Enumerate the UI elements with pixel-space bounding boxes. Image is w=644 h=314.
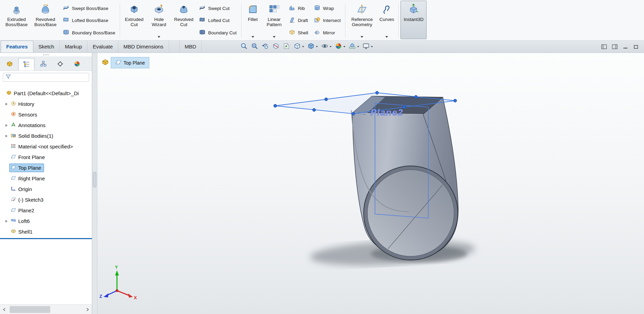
plane2-label[interactable]: Plane2 [371,107,404,117]
expand-arrow-icon[interactable] [3,220,9,223]
view-orientation-button[interactable] [293,42,304,51]
hide-show-items-button[interactable] [321,42,332,51]
tab-solidworks-addins[interactable] [169,41,180,53]
draft-button[interactable]: Draft [287,15,310,26]
tree-item-annotations[interactable]: Annotations [0,120,92,131]
model-bottom-face[interactable] [367,170,454,256]
reference-geometry-button[interactable]: Reference Geometry [347,1,377,39]
expand-arrow-icon[interactable] [3,135,9,137]
edit-appearance-button[interactable] [335,42,345,51]
panel-grip[interactable] [0,53,92,56]
breadcrumb-item-top-plane[interactable]: Top Plane [111,57,149,68]
part-icon[interactable] [101,58,109,67]
zoom-to-area-button[interactable] [251,42,258,51]
expand-arrow-icon[interactable] [3,103,9,105]
tree-item-label: Plane2 [18,208,34,213]
triad-x-label: X [134,295,137,300]
tab-mbd[interactable]: MBD [180,41,202,53]
revolved-boss-base-button[interactable]: Revolved Boss/Base [31,1,60,39]
section-view-button[interactable] [272,42,280,51]
view-settings-button[interactable] [362,42,373,51]
panel-splitter[interactable] [92,53,97,314]
expand-arrow-icon[interactable] [3,124,9,127]
display-style-button[interactable] [307,42,318,51]
fillet-icon [247,3,259,16]
scroll-left-icon[interactable] [0,305,9,314]
mirror-button[interactable]: Mirror [312,27,343,38]
minimize-icon[interactable] [622,44,629,50]
swept-cut-button[interactable]: Swept Cut [197,3,239,13]
boundary-boss-base-button[interactable]: Boundary Boss/Base [61,27,117,38]
annotation-views-button[interactable] [283,42,290,51]
tree-item-right-plane[interactable]: Right Plane [0,173,92,184]
button-label: Swept Boss/Base [72,6,108,11]
restore-icon[interactable] [633,44,639,50]
tree-item-origin[interactable]: Origin [0,184,92,194]
panel-tab-part[interactable] [1,58,18,70]
boundary-cut-button[interactable]: Boundary Cut [197,27,239,38]
revolved-cut-button[interactable]: Revolved Cut [171,1,196,39]
button-label: Intersect [323,18,341,23]
tree-item-solid-bodies[interactable]: Solid Bodies(1) [0,131,92,141]
tree-item-top-plane[interactable]: Top Plane [0,162,92,173]
button-label: Fillet [248,17,258,22]
panel-tab-featuremanager[interactable] [18,58,34,70]
button-label: Swept Cut [208,6,229,11]
tree-item-loft6[interactable]: Loft6 [0,216,92,226]
lofted-boss-base-icon [63,16,69,24]
scrollbar-thumb[interactable] [10,306,50,313]
dropdown-caret-icon [302,46,304,47]
tree-item-material[interactable]: Material <not specified> [0,141,92,152]
shell-button[interactable]: Shell [287,27,310,38]
edit-appearance-icon [335,42,342,51]
ribbon-separator [241,3,242,37]
button-label: Lofted Boss/Base [72,18,108,23]
instant3d-button[interactable]: Instant3D [400,1,427,39]
zoom-to-fit-button[interactable] [240,42,248,51]
tab-evaluate[interactable]: Evaluate [87,41,118,53]
tab-sketch[interactable]: Sketch [33,41,60,53]
model-scene[interactable]: Plane2 Y X Z [97,53,644,314]
tree-item-front-plane[interactable]: Front Plane [0,152,92,162]
graphics-viewport[interactable]: Plane2 Y X Z Top Pla [97,53,644,314]
panel-tab-displaymanager[interactable] [69,58,85,70]
tree-item-label: Sensors [18,112,37,117]
panel-tab-configurationmanager[interactable] [35,58,51,70]
tree-item-part1[interactable]: Part1 (Default<<Default>_Di [0,88,92,99]
rollback-bar[interactable] [0,238,92,239]
wrap-button[interactable]: Wrap [312,3,343,13]
lofted-boss-base-button[interactable]: Lofted Boss/Base [61,15,117,26]
tree-item-shell1[interactable]: Shell1 [0,226,92,237]
extruded-boss-base-button[interactable]: Extruded Boss/Base [2,1,31,39]
curves-button[interactable]: Curves [377,1,397,39]
rib-button[interactable]: Rib [287,3,310,13]
breadcrumb: Top Plane [101,57,149,68]
previous-view-button[interactable] [261,42,269,51]
scrollbar-track[interactable] [9,305,83,314]
swept-boss-base-button[interactable]: Swept Boss/Base [61,3,117,13]
lofted-cut-button[interactable]: Lofted Cut [197,15,239,26]
ribbon-group-boss: Extruded Boss/Base Revolved Boss/Base Sw… [2,1,118,40]
tab-mbd-dimensions[interactable]: MBD Dimensions [118,41,169,53]
tree-item-sensors[interactable]: Sensors [0,109,92,120]
pane-left-icon[interactable] [601,44,607,50]
intersect-button[interactable]: Intersect [312,15,343,26]
linear-pattern-button[interactable]: Linear Pattern [262,1,286,39]
main-area: Part1 (Default<<Default>_Di History Sens… [0,53,644,314]
tab-features[interactable]: Features [1,41,33,53]
fillet-button[interactable]: Fillet [243,1,262,39]
tree-item-sketch3[interactable]: (-) Sketch3 [0,194,92,205]
scroll-right-icon[interactable] [83,305,92,314]
tree-item-history[interactable]: History [0,99,92,109]
filter-input[interactable] [13,75,87,80]
splitter-handle[interactable] [93,172,96,188]
panel-tab-dimxpertmanager[interactable] [52,58,68,70]
pane-right-icon[interactable] [612,44,618,50]
extruded-cut-button[interactable]: Extruded Cut [122,1,147,39]
tab-markup[interactable]: Markup [60,41,87,53]
solidworks-window: Extruded Boss/Base Revolved Boss/Base Sw… [0,0,644,314]
apply-scene-button[interactable] [348,42,359,51]
hole-wizard-button[interactable]: Hole Wizard [147,1,171,39]
tree-item-plane2[interactable]: Plane2 [0,205,92,216]
ribbon-group-cut: Extruded Cut Hole Wizard Revolved Cut Sw… [122,1,239,40]
